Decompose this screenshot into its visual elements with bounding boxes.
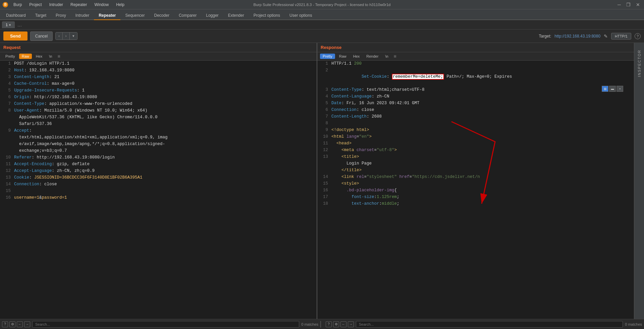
request-format-toolbar: Pretty Raw Hex \n ≡: [0, 52, 317, 61]
menu-repeater[interactable]: Repeater: [67, 2, 90, 8]
response-line-13b: Login Page: [317, 160, 634, 167]
response-line-7: 7 Content-Length: 2608: [317, 114, 634, 120]
tab-target[interactable]: Target: [31, 11, 51, 20]
arrow-dropdown[interactable]: ▾: [70, 32, 77, 40]
nav-arrows[interactable]: ‹ › ▾: [55, 32, 77, 40]
request-newline-btn[interactable]: \n: [46, 54, 55, 59]
response-line-15: 15 <style>: [317, 181, 634, 187]
menu-project[interactable]: Project: [26, 2, 45, 8]
request-line-8b: AppleWebKit/537.36 (KHTML, like Gecko) C…: [0, 114, 317, 121]
next-arrow[interactable]: ›: [63, 32, 70, 40]
tab-project-options[interactable]: Project options: [249, 11, 285, 20]
request-line-9: 9 Accept:: [0, 128, 317, 134]
tab-decoder[interactable]: Decoder: [150, 11, 174, 20]
request-panel: Request Pretty Raw Hex \n ≡ 1 POST /doLo…: [0, 43, 317, 319]
nav-tab-bar: Dashboard Target Proxy Intruder Repeater…: [0, 9, 644, 20]
repeater-tab-1[interactable]: 1 ×: [2, 21, 15, 28]
response-line-10: 10 <html lang="en">: [317, 134, 634, 140]
request-hex-btn[interactable]: Hex: [33, 54, 45, 59]
edit-target-icon[interactable]: ✎: [604, 34, 608, 39]
request-line-8c: Safari/537.36: [0, 121, 317, 128]
tab-extender[interactable]: Extender: [223, 11, 249, 20]
request-pretty-btn[interactable]: Pretty: [3, 54, 18, 59]
response-status-icons[interactable]: ? ⚙ ← →: [326, 321, 354, 327]
response-help-icon[interactable]: ?: [326, 321, 332, 327]
request-forward-icon[interactable]: →: [24, 321, 30, 327]
tab-logger[interactable]: Logger: [201, 11, 223, 20]
tab-proxy[interactable]: Proxy: [51, 11, 71, 20]
close-button[interactable]: ✕: [635, 2, 641, 7]
menu-help[interactable]: Help: [113, 2, 128, 8]
tab-repeater[interactable]: Repeater: [94, 11, 120, 20]
request-raw-btn[interactable]: Raw: [19, 54, 32, 59]
window-title: Burp Suite Professional v2021.8.3 - Temp…: [254, 3, 391, 7]
response-line-2: 2 Set-Cookie: rememberMe=deleteMe; Path=…: [317, 67, 634, 87]
tab-intruder[interactable]: Intruder: [71, 11, 94, 20]
target-label: Target:: [539, 34, 551, 39]
view-split-icon[interactable]: ▦: [602, 86, 608, 92]
response-render-btn[interactable]: Render: [364, 54, 381, 59]
response-code-area[interactable]: 1 HTTP/1.1 200 2 Set-Cookie: rememberMe=…: [317, 61, 634, 319]
request-line-7: 7 Content-Type: application/x-www-form-u…: [0, 101, 317, 108]
http-version-selector[interactable]: HTTP/1: [611, 33, 631, 40]
response-search-input[interactable]: [356, 321, 623, 328]
request-line-9b: text/html,application/xhtml+xml,applicat…: [0, 134, 317, 141]
request-line-11: 11 Accept-Encoding: gzip, deflate: [0, 161, 317, 168]
response-line-6: 6 Connection: close: [317, 107, 634, 114]
main-content: Request Pretty Raw Hex \n ≡ 1 POST /doLo…: [0, 43, 644, 319]
response-line-8: 8: [317, 120, 634, 127]
response-line-17: 17 font-size:1.125rem;: [317, 194, 634, 201]
tab-sequencer[interactable]: Sequencer: [120, 11, 149, 20]
response-line-1: 1 HTTP/1.1 200: [317, 61, 634, 67]
request-search-input[interactable]: [32, 321, 299, 328]
more-tabs[interactable]: …: [16, 22, 23, 27]
request-help-icon[interactable]: ?: [2, 321, 8, 327]
target-url: http://192.168.43.19:8080: [554, 34, 600, 39]
menu-burp[interactable]: Burp: [10, 2, 25, 8]
response-header: Response: [317, 43, 634, 52]
request-header: Request: [0, 43, 317, 52]
tab-user-options[interactable]: User options: [285, 11, 317, 20]
response-pretty-btn[interactable]: Pretty: [320, 54, 335, 59]
request-status-icons[interactable]: ? ⚙ ← →: [2, 321, 30, 327]
response-panel: Response Pretty Raw Hex Render \n ≡ ▦ ▬ …: [317, 43, 634, 319]
view-horiz-icon[interactable]: ▬: [609, 86, 616, 92]
menu-window[interactable]: Window: [91, 2, 112, 8]
response-settings-icon[interactable]: ⚙: [333, 321, 339, 327]
request-line-8: 8 User-Agent: Mozilla/5.0 (Windows NT 10…: [0, 108, 317, 114]
response-line-4: 4 Content-Language: zh-CN: [317, 93, 634, 100]
request-line-1: 1 POST /doLogin HTTP/1.1: [0, 61, 317, 67]
request-code-area[interactable]: 1 POST /doLogin HTTP/1.1 2 Host: 192.168…: [0, 61, 317, 319]
request-line-9c: e/avif,image/webp,image/apng,*/*;q=0.8,a…: [0, 141, 317, 148]
request-menu-icon[interactable]: ≡: [58, 54, 60, 59]
response-menu-icon[interactable]: ≡: [394, 54, 396, 59]
response-line-3: 3 Content-Type: text/html;charset=UTF-8: [317, 87, 634, 93]
window-controls[interactable]: ─ ❐ ✕: [616, 2, 641, 7]
inspector-sidebar: INSPECTOR: [634, 43, 644, 319]
request-line-12: 12 Accept-Language: zh-CN, zh;q=0.9: [0, 168, 317, 175]
menu-intruder[interactable]: Intruder: [46, 2, 66, 8]
response-format-toolbar: Pretty Raw Hex Render \n ≡: [317, 52, 634, 61]
menu-bar[interactable]: Burp Project Intruder Repeater Window He…: [10, 2, 128, 8]
request-line-16: 16 username=1&password=1: [0, 195, 317, 201]
response-back-icon[interactable]: ←: [340, 321, 346, 327]
request-settings-icon[interactable]: ⚙: [9, 321, 15, 327]
request-line-10: 10 Referer: http://192.168.43.19:8080/lo…: [0, 154, 317, 161]
view-vert-icon[interactable]: ▪: [616, 86, 623, 92]
send-button[interactable]: Send: [3, 31, 28, 41]
request-back-icon[interactable]: ←: [17, 321, 23, 327]
response-raw-btn[interactable]: Raw: [336, 54, 349, 59]
response-forward-icon[interactable]: →: [348, 321, 354, 327]
prev-arrow[interactable]: ‹: [56, 32, 63, 40]
request-line-14: 14 Connection: close: [0, 181, 317, 188]
maximize-button[interactable]: ❐: [625, 2, 632, 7]
response-hex-btn[interactable]: Hex: [351, 54, 363, 59]
tab-dashboard[interactable]: Dashboard: [1, 11, 31, 20]
response-newline-btn[interactable]: \n: [382, 54, 391, 59]
request-toolbar: Send Cancel ‹ › ▾ Target: http://192.168…: [0, 29, 644, 43]
request-line-6: 6 Origin: http://192.168.43.19:8080: [0, 94, 317, 101]
minimize-button[interactable]: ─: [616, 2, 622, 7]
tab-comparer[interactable]: Comparer: [174, 11, 201, 20]
cancel-button[interactable]: Cancel: [30, 31, 53, 41]
help-icon[interactable]: ?: [635, 33, 641, 39]
